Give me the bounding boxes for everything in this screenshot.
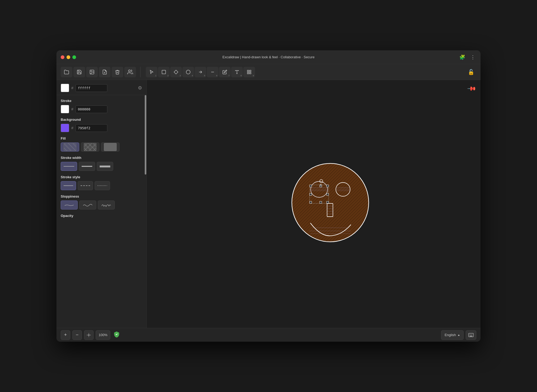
svg-rect-31: [310, 193, 312, 195]
diamond-tool[interactable]: 3: [170, 67, 182, 77]
rectangle-tool[interactable]: 2: [158, 67, 170, 77]
toolbar-left: [61, 67, 140, 77]
fill-options: [61, 142, 142, 152]
opacity-section: Opacity: [61, 214, 142, 218]
left-panel: # ffffff ⚙ Stroke # 000000: [56, 80, 147, 328]
background-input[interactable]: 7950f2: [76, 124, 107, 132]
toolbar-right: 🔓: [466, 67, 476, 77]
fullscreen-button[interactable]: [72, 55, 76, 59]
pencil-tool[interactable]: 7: [219, 67, 231, 77]
stroke-width-options: [61, 162, 142, 171]
collaborate-button[interactable]: [124, 67, 136, 77]
zoom-in-button[interactable]: +: [61, 330, 70, 340]
language-label: English: [444, 333, 456, 337]
fill-solid-button[interactable]: [101, 142, 120, 152]
background-swatch[interactable]: [61, 124, 69, 132]
svg-rect-5: [162, 70, 166, 74]
line-tool[interactable]: 6: [207, 67, 218, 77]
stroke-style-section: Stroke style: [61, 175, 142, 190]
save-button[interactable]: [73, 67, 85, 77]
lock-button[interactable]: 🔓: [466, 67, 476, 77]
titlebar-actions: 🧩 ⋮: [458, 53, 476, 61]
stroke-dotted-button[interactable]: [95, 181, 110, 190]
stroke-dashed-icon: [81, 185, 90, 186]
zoom-percent[interactable]: 100%: [96, 330, 110, 340]
svg-rect-14: [250, 72, 251, 74]
sloppiness-section: Sloppiness: [61, 194, 142, 210]
panel-scroll[interactable]: Stroke # 000000 Background #: [56, 95, 146, 328]
canvas-bg-section: # ffffff ⚙: [56, 80, 146, 95]
svg-marker-6: [174, 70, 178, 74]
slop-medium-icon: [82, 202, 93, 208]
scrollbar-track: [145, 95, 146, 328]
stroke-dotted-icon: [98, 185, 107, 186]
scrollbar-thumb[interactable]: [145, 95, 146, 175]
close-button[interactable]: [61, 55, 64, 59]
svg-rect-15: [247, 72, 249, 74]
stroke-section: Stroke # 000000: [61, 99, 142, 113]
canvas-drawing: [285, 159, 375, 249]
sloppiness-medium-button[interactable]: [79, 201, 96, 210]
export-image-button[interactable]: [86, 67, 98, 77]
svg-point-20: [292, 163, 369, 242]
canvas-area[interactable]: 📌: [147, 80, 481, 328]
select-tool[interactable]: 1: [146, 67, 157, 77]
stroke-thick-button[interactable]: [97, 162, 113, 171]
stroke-thin-button[interactable]: [61, 162, 77, 171]
app-window: Excalidraw | Hand-drawn look & feel · Co…: [56, 50, 481, 342]
export-file-button[interactable]: [99, 67, 111, 77]
stroke-style-options: [61, 181, 142, 190]
svg-rect-12: [247, 70, 249, 72]
hash-sign: #: [71, 86, 73, 90]
stroke-solid-button[interactable]: [61, 181, 76, 190]
canvas-bg-swatch[interactable]: [61, 84, 69, 92]
window-title: Excalidraw | Hand-drawn look & feel · Co…: [222, 55, 314, 59]
fill-crosshatch-icon: [84, 143, 96, 151]
canvas-bg-row: # ffffff ⚙: [61, 84, 142, 92]
svg-point-4: [129, 70, 130, 72]
fill-label: Fill: [61, 136, 142, 140]
stroke-input[interactable]: 000000: [76, 105, 107, 113]
minimize-button[interactable]: [67, 55, 70, 59]
stroke-width-section: Stroke width: [61, 156, 142, 171]
puzzle-icon[interactable]: 🧩: [458, 53, 466, 61]
bottom-right: English ▲: [441, 330, 476, 340]
ellipse-tool[interactable]: 4: [182, 67, 194, 77]
text-tool[interactable]: 8: [231, 67, 243, 77]
opacity-label: Opacity: [61, 214, 142, 218]
toolbar-center: 1 2 3 4: [142, 67, 465, 77]
more-menu-button[interactable]: ⋮: [469, 53, 476, 61]
svg-rect-35: [327, 201, 329, 203]
chevron-up-icon: ▲: [457, 333, 460, 336]
sloppiness-high-button[interactable]: [98, 201, 115, 210]
stroke-style-label: Stroke style: [61, 175, 142, 179]
svg-rect-13: [250, 70, 251, 72]
sloppiness-options: [61, 201, 142, 210]
slop-low-icon: [64, 202, 75, 208]
image-tool[interactable]: 9: [243, 67, 255, 77]
settings-gear-button[interactable]: ⚙: [138, 85, 142, 91]
stroke-thick-icon: [100, 166, 110, 167]
canvas-bg-input[interactable]: ffffff: [76, 84, 107, 92]
stroke-medium-icon: [82, 166, 92, 167]
fill-hatch-icon: [64, 143, 76, 151]
svg-rect-34: [320, 201, 322, 203]
fill-solid-icon: [104, 143, 117, 151]
open-button[interactable]: [61, 67, 72, 77]
fill-hatch-button[interactable]: [61, 142, 79, 152]
pin-icon: 📌: [467, 84, 477, 93]
fill-section: Fill: [61, 136, 142, 152]
zoom-out-button[interactable]: −: [72, 330, 82, 340]
language-selector[interactable]: English ▲: [441, 330, 464, 340]
fill-crosshatch-button[interactable]: [81, 142, 99, 152]
fit-view-button[interactable]: [84, 330, 94, 340]
delete-button[interactable]: [112, 67, 123, 77]
stroke-swatch[interactable]: [61, 105, 69, 113]
arrow-tool[interactable]: 5: [195, 67, 206, 77]
stroke-medium-button[interactable]: [79, 162, 95, 171]
keyboard-button[interactable]: [466, 330, 476, 340]
svg-point-51: [88, 335, 89, 336]
stroke-dashed-button[interactable]: [78, 181, 93, 190]
sloppiness-low-button[interactable]: [61, 201, 78, 210]
svg-rect-28: [310, 185, 312, 187]
